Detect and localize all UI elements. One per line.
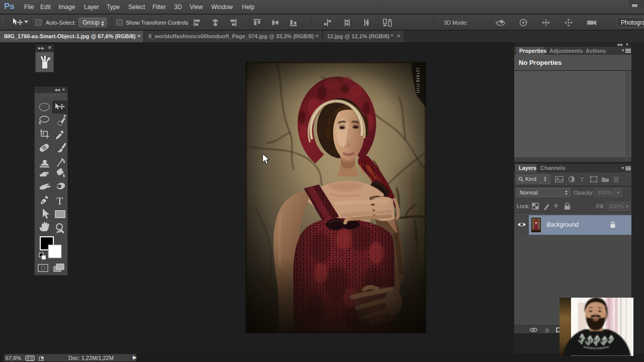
svg-text:T: T [580, 175, 584, 183]
svg-text:T: T [56, 195, 63, 207]
svg-text:fx: fx [545, 327, 549, 333]
